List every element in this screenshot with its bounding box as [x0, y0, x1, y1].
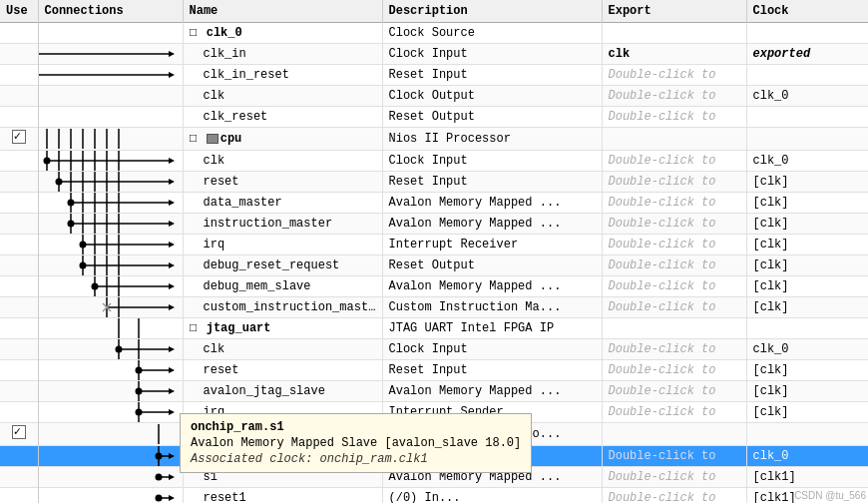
- export-double-click[interactable]: Double-click to: [609, 175, 716, 189]
- connections-cell: [38, 255, 183, 276]
- export-double-click[interactable]: Double-click to: [609, 300, 716, 314]
- connections-cell: [38, 276, 183, 297]
- use-cell: [0, 214, 38, 235]
- table-row[interactable]: debug_reset_requestReset OutputDouble-cl…: [0, 255, 868, 276]
- use-cell: [0, 107, 38, 128]
- export-double-click[interactable]: Double-click to: [609, 196, 716, 210]
- svg-point-85: [135, 388, 142, 395]
- svg-point-94: [155, 453, 162, 460]
- table-row[interactable]: reset1(/0) In...Double-click to[clk1]: [0, 488, 868, 504]
- clock-cell: [clk]: [746, 193, 868, 214]
- name-cell[interactable]: clk_in: [183, 44, 382, 65]
- connections-cell: [38, 423, 183, 446]
- description-cell: JTAG UART Intel FPGA IP: [382, 318, 602, 339]
- svg-marker-2: [169, 72, 175, 78]
- watermark: CSDN @tu_566: [794, 490, 866, 501]
- name-cell[interactable]: clk: [183, 339, 382, 360]
- clock-cell: clk_0: [746, 446, 868, 467]
- table-row: □ jtag_uartJTAG UART Intel FPGA IP: [0, 318, 868, 339]
- description-cell: Clock Source: [382, 23, 602, 44]
- table-row[interactable]: instruction_masterAvalon Memory Mapped .…: [0, 214, 868, 235]
- tooltip-subtitle: Avalon Memory Mapped Slave [avalon_slave…: [191, 436, 521, 450]
- col-header-connections: Connections: [38, 0, 183, 23]
- export-double-click[interactable]: Double-click to: [609, 449, 716, 463]
- use-cell: [0, 446, 38, 467]
- export-double-click[interactable]: Double-click to: [609, 491, 716, 503]
- export-double-click[interactable]: Double-click to: [609, 279, 716, 293]
- table-row[interactable]: data_masterAvalon Memory Mapped ...Doubl…: [0, 193, 868, 214]
- table-row[interactable]: clkClock InputDouble-click toclk_0: [0, 339, 868, 360]
- table-row[interactable]: clk_resetReset OutputDouble-click to: [0, 107, 868, 128]
- name-cell[interactable]: □ cpu: [183, 128, 382, 151]
- name-cell[interactable]: □ jtag_uart: [183, 318, 382, 339]
- table-row[interactable]: clkClock OutputDouble-click toclk_0: [0, 86, 868, 107]
- svg-marker-37: [169, 200, 175, 206]
- name-cell[interactable]: data_master: [183, 193, 382, 214]
- clock-cell: clk_0: [746, 339, 868, 360]
- svg-point-58: [79, 262, 86, 269]
- name-cell[interactable]: reset1: [183, 488, 382, 504]
- svg-point-97: [155, 474, 162, 481]
- name-cell[interactable]: reset: [183, 172, 382, 193]
- use-cell: [0, 276, 38, 297]
- expand-icon[interactable]: □: [188, 321, 200, 335]
- export-double-click[interactable]: Double-click to: [609, 405, 716, 419]
- use-cell: [0, 172, 38, 193]
- name-cell[interactable]: reset: [183, 360, 382, 381]
- use-checkbox[interactable]: [12, 130, 26, 144]
- export-cell: Double-click to: [602, 86, 746, 107]
- svg-point-81: [135, 367, 142, 374]
- export-double-click[interactable]: Double-click to: [609, 110, 716, 124]
- expand-icon[interactable]: □: [188, 26, 200, 40]
- export-double-click[interactable]: Double-click to: [609, 363, 716, 377]
- name-cell[interactable]: debug_mem_slave: [183, 276, 382, 297]
- name-cell[interactable]: debug_reset_request: [183, 255, 382, 276]
- description-cell: Reset Input: [382, 172, 602, 193]
- export-cell[interactable]: clk: [602, 44, 746, 65]
- connections-cell: [38, 360, 183, 381]
- export-double-click[interactable]: Double-click to: [609, 258, 716, 272]
- expand-icon[interactable]: □: [188, 132, 200, 146]
- table-row[interactable]: clkClock InputDouble-click toclk_0: [0, 151, 868, 172]
- connections-cell: [38, 402, 183, 423]
- name-cell[interactable]: irq: [183, 235, 382, 255]
- table-row[interactable]: avalon_jtag_slaveAvalon Memory Mapped ..…: [0, 381, 868, 402]
- export-double-click[interactable]: Double-click to: [609, 89, 716, 103]
- table-row[interactable]: resetReset InputDouble-click to[clk]: [0, 172, 868, 193]
- col-header-name: Name: [183, 0, 382, 23]
- description-cell: Avalon Memory Mapped ...: [382, 381, 602, 402]
- export-double-click[interactable]: Double-click to: [609, 238, 716, 252]
- col-header-export: Export: [602, 0, 746, 23]
- use-checkbox[interactable]: [12, 425, 26, 439]
- name-cell[interactable]: □ clk_0: [183, 23, 382, 44]
- table-row[interactable]: resetReset InputDouble-click to[clk]: [0, 360, 868, 381]
- use-cell: [0, 44, 38, 65]
- name-cell[interactable]: clk: [183, 151, 382, 172]
- table-row[interactable]: irqInterrupt ReceiverDouble-click to[clk…: [0, 235, 868, 255]
- table-row[interactable]: clk_inClock Inputclkexported: [0, 44, 868, 65]
- name-cell[interactable]: clk: [183, 86, 382, 107]
- clock-cell: [clk]: [746, 235, 868, 255]
- clock-cell: [clk]: [746, 214, 868, 235]
- name-cell[interactable]: custom_instruction_master: [183, 297, 382, 318]
- connections-cell: [38, 446, 183, 467]
- export-double-click[interactable]: Double-click to: [609, 154, 716, 168]
- export-double-click[interactable]: Double-click to: [609, 470, 716, 484]
- export-double-click[interactable]: Double-click to: [609, 68, 716, 82]
- table-row[interactable]: custom_instruction_masterCustom Instruct…: [0, 297, 868, 318]
- table-row[interactable]: debug_mem_slaveAvalon Memory Mapped ...D…: [0, 276, 868, 297]
- export-cell: Double-click to: [602, 193, 746, 214]
- use-cell: [0, 193, 38, 214]
- component-name: jtag_uart: [207, 321, 271, 335]
- name-cell[interactable]: clk_in_reset: [183, 65, 382, 86]
- export-double-click[interactable]: Double-click to: [609, 384, 716, 398]
- export-cell: [602, 423, 746, 446]
- export-double-click[interactable]: Double-click to: [609, 342, 716, 356]
- name-cell[interactable]: clk_reset: [183, 107, 382, 128]
- name-cell[interactable]: instruction_master: [183, 214, 382, 235]
- use-cell: [0, 297, 38, 318]
- table-row[interactable]: clk_in_resetReset InputDouble-click to: [0, 65, 868, 86]
- export-double-click[interactable]: Double-click to: [609, 217, 716, 231]
- name-cell[interactable]: avalon_jtag_slave: [183, 381, 382, 402]
- connections-cell: [38, 44, 183, 65]
